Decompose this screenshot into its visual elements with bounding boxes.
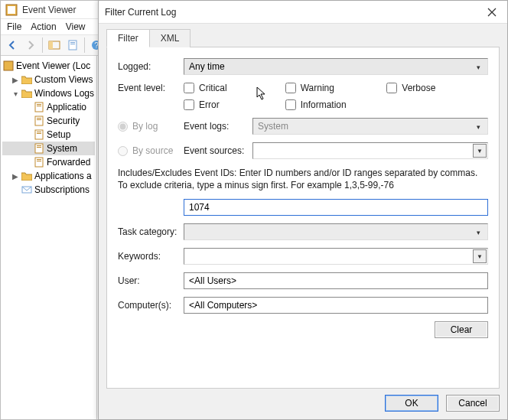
radio-input xyxy=(118,122,128,132)
svg-rect-19 xyxy=(35,144,43,153)
dialog-titlebar[interactable]: Filter Current Log xyxy=(99,1,507,24)
label-user: User: xyxy=(118,275,184,286)
cancel-button[interactable]: Cancel xyxy=(446,395,500,412)
svg-rect-10 xyxy=(35,103,43,112)
tree-forwarded[interactable]: Forwarded xyxy=(2,155,95,169)
dialog-footer: OK Cancel xyxy=(106,395,500,412)
checkbox-label: Verbose xyxy=(402,83,435,93)
filter-dialog: Filter Current Log Filter XML Logged: An… xyxy=(98,0,508,420)
svg-rect-9 xyxy=(4,61,13,70)
log-icon xyxy=(33,129,45,140)
row-bysource: By source Event sources: ▼ xyxy=(118,142,488,159)
label-task: Task category: xyxy=(118,226,184,237)
chevron-down-icon: ▼ xyxy=(473,144,487,158)
svg-rect-6 xyxy=(70,44,75,44)
tree-system[interactable]: System xyxy=(2,142,95,155)
svg-rect-18 xyxy=(37,133,41,134)
svg-rect-4 xyxy=(69,41,77,50)
tab-xml[interactable]: XML xyxy=(149,29,191,47)
checkbox-label: Critical xyxy=(199,83,227,93)
menu-file[interactable]: File xyxy=(7,21,21,32)
svg-rect-24 xyxy=(37,161,41,161)
forward-button[interactable] xyxy=(22,37,39,54)
tree-custom-label: Custom Views xyxy=(34,74,93,85)
menu-action[interactable]: Action xyxy=(31,21,56,32)
checkbox-label: Warning xyxy=(301,83,334,93)
radio-input xyxy=(118,146,128,156)
tree-setup-label: Setup xyxy=(47,129,70,140)
ok-button[interactable]: OK xyxy=(385,395,438,412)
clear-button[interactable]: Clear xyxy=(435,321,488,338)
checkbox-error[interactable]: Error xyxy=(184,99,285,110)
radio-bylog: By log xyxy=(118,121,184,132)
checkbox-input[interactable] xyxy=(184,83,194,93)
folder-icon xyxy=(21,88,33,99)
menu-view[interactable]: View xyxy=(66,21,86,32)
back-button[interactable] xyxy=(4,37,21,54)
tree-security[interactable]: Security xyxy=(2,114,95,128)
checkbox-input[interactable] xyxy=(386,83,397,93)
checkbox-information[interactable]: Information xyxy=(285,99,387,110)
checkbox-input[interactable] xyxy=(285,83,296,93)
label-eventlevel: Event level: xyxy=(118,83,184,93)
tab-filter[interactable]: Filter xyxy=(106,29,150,47)
toolbar-sep xyxy=(42,37,43,53)
task-select: ▾ xyxy=(184,223,488,240)
logged-select[interactable]: Any time ▾ xyxy=(184,58,488,75)
svg-rect-5 xyxy=(70,42,75,43)
dialog-body: Filter XML Logged: Any time ▾ Event leve… xyxy=(99,24,507,396)
svg-rect-12 xyxy=(37,106,41,106)
help-text: Includes/Excludes Event IDs: Enter ID nu… xyxy=(118,167,488,191)
eventlogs-value: System xyxy=(258,121,288,132)
svg-rect-1 xyxy=(8,6,15,14)
row-event-level: Event level: Critical Warning Verbose Er… xyxy=(118,83,488,110)
show-tree-button[interactable] xyxy=(46,37,63,54)
checkbox-warning[interactable]: Warning xyxy=(285,83,387,93)
label-logged: Logged: xyxy=(118,61,184,72)
properties-button[interactable] xyxy=(64,37,81,54)
svg-rect-15 xyxy=(37,119,41,120)
computers-input[interactable] xyxy=(184,297,488,314)
tree-appsrv-label: Applications a xyxy=(34,171,92,181)
label-eventlogs: Event logs: xyxy=(184,121,252,132)
close-button[interactable] xyxy=(477,1,507,24)
eventviewer-icon xyxy=(2,60,15,71)
keywords-select[interactable]: ▼ xyxy=(184,248,488,265)
checkbox-input[interactable] xyxy=(184,99,194,110)
tree-windows-logs[interactable]: ▾ Windows Logs xyxy=(2,86,95,100)
tree-subs-label: Subscriptions xyxy=(34,184,90,195)
label-computers: Computer(s): xyxy=(118,300,184,311)
expander-icon[interactable]: ▾ xyxy=(11,90,19,98)
radio-bysource: By source xyxy=(118,145,184,156)
tree-root-label: Event Viewer (Loc xyxy=(16,60,90,71)
nav-tree[interactable]: Event Viewer (Loc ▶ Custom Views ▾ Windo… xyxy=(1,56,97,419)
main-title: Event Viewer xyxy=(22,5,76,15)
row-eventid xyxy=(118,199,488,216)
checkbox-verbose[interactable]: Verbose xyxy=(386,83,488,93)
eventsources-select[interactable]: ▼ xyxy=(252,142,488,159)
tree-forwarded-label: Forwarded xyxy=(47,157,90,168)
tree-root[interactable]: Event Viewer (Loc xyxy=(2,59,95,73)
svg-rect-21 xyxy=(37,147,41,148)
user-input[interactable] xyxy=(184,272,488,289)
tree-setup[interactable]: Setup xyxy=(2,128,95,142)
tree-custom-views[interactable]: ▶ Custom Views xyxy=(2,73,95,86)
row-bylog: By log Event logs: System ▾ xyxy=(118,118,488,135)
log-icon xyxy=(33,157,45,168)
eventid-input[interactable] xyxy=(184,199,488,216)
expander-icon[interactable]: ▶ xyxy=(11,172,19,181)
svg-rect-23 xyxy=(37,159,41,160)
label-keywords: Keywords: xyxy=(118,251,184,262)
tree-apps-services[interactable]: ▶ Applications a xyxy=(2,169,95,183)
svg-rect-16 xyxy=(35,130,43,139)
tree-application[interactable]: Applicatio xyxy=(2,100,95,114)
dialog-title: Filter Current Log xyxy=(105,7,477,18)
tab-panel: Logged: Any time ▾ Event level: Critical… xyxy=(106,47,500,389)
radio-label: By source xyxy=(132,145,173,156)
tree-subscriptions[interactable]: Subscriptions xyxy=(2,183,95,197)
log-icon xyxy=(33,143,45,154)
checkbox-critical[interactable]: Critical xyxy=(184,83,285,93)
expander-icon[interactable]: ▶ xyxy=(11,76,19,84)
checkbox-input[interactable] xyxy=(285,99,296,110)
log-icon xyxy=(33,116,45,126)
